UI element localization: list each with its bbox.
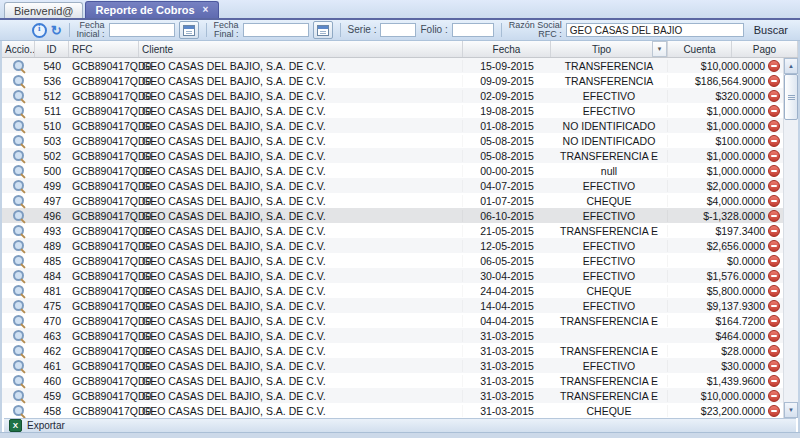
column-header-id[interactable]: ID (35, 41, 69, 57)
column-header-cliente[interactable]: Cliente (139, 41, 463, 57)
search-icon[interactable] (13, 120, 24, 131)
remove-icon[interactable] (768, 135, 780, 147)
search-icon[interactable] (13, 60, 24, 71)
table-row[interactable]: 470 GCB890417QD0 GEO CASAS DEL BAJIO, S.… (2, 313, 783, 328)
table-row[interactable]: 496 GCB890417QD0 GEO CASAS DEL BAJIO, S.… (2, 208, 783, 223)
table-row[interactable]: 493 GCB890417QD0 GEO CASAS DEL BAJIO, S.… (2, 223, 783, 238)
remove-icon[interactable] (768, 105, 780, 117)
column-header-cuenta[interactable]: Cuenta (668, 41, 732, 57)
remove-icon[interactable] (768, 195, 780, 207)
remove-icon[interactable] (768, 225, 780, 237)
table-row[interactable]: 458 GCB890417QD0 GEO CASAS DEL BAJIO, S.… (2, 403, 783, 418)
fecha-inicial-input[interactable] (109, 23, 175, 37)
table-row[interactable]: 497 GCB890417QD0 GEO CASAS DEL BAJIO, S.… (2, 193, 783, 208)
info-icon[interactable] (32, 23, 47, 38)
search-icon[interactable] (13, 315, 24, 326)
search-icon[interactable] (13, 255, 24, 266)
search-icon[interactable] (13, 375, 24, 386)
remove-icon[interactable] (768, 390, 780, 402)
scrollbar-thumb[interactable] (784, 74, 798, 120)
scroll-up-icon[interactable]: ▲ (784, 58, 798, 74)
remove-icon[interactable] (768, 180, 780, 192)
table-row[interactable]: 462 GCB890417QD0 GEO CASAS DEL BAJIO, S.… (2, 343, 783, 358)
column-header-pago[interactable]: Pago (732, 41, 798, 57)
remove-icon[interactable] (768, 285, 780, 297)
buscar-button[interactable]: Buscar (748, 23, 794, 37)
vertical-scrollbar[interactable]: ▲ ▼ (783, 58, 798, 418)
table-row[interactable]: 489 GCB890417QD0 GEO CASAS DEL BAJIO, S.… (2, 238, 783, 253)
search-icon[interactable] (13, 405, 24, 416)
search-icon[interactable] (13, 390, 24, 401)
remove-icon[interactable] (768, 270, 780, 282)
column-header-acciones[interactable]: Accio... (2, 41, 35, 57)
remove-icon[interactable] (768, 60, 780, 72)
search-icon[interactable] (13, 75, 24, 86)
cell-pago: $1,000.0000 (668, 165, 783, 177)
column-menu-chevron-down-icon[interactable]: ▾ (652, 41, 667, 57)
search-icon[interactable] (13, 210, 24, 221)
refresh-icon[interactable]: ↻ (51, 24, 62, 37)
search-icon[interactable] (13, 300, 24, 311)
table-row[interactable]: 499 GCB890417QD0 GEO CASAS DEL BAJIO, S.… (2, 178, 783, 193)
remove-icon[interactable] (768, 375, 780, 387)
table-row[interactable]: 540 GCB890417QD0 GEO CASAS DEL BAJIO, S.… (2, 58, 783, 73)
remove-icon[interactable] (768, 120, 780, 132)
table-row[interactable]: 502 GCB890417QD0 GEO CASAS DEL BAJIO, S.… (2, 148, 783, 163)
column-header-fecha[interactable]: Fecha (463, 41, 551, 57)
column-header-tipo[interactable]: Tipo ▾ (551, 41, 668, 57)
remove-icon[interactable] (768, 300, 780, 312)
remove-icon[interactable] (768, 330, 780, 342)
table-row[interactable]: 511 GCB890417QD0 GEO CASAS DEL BAJIO, S.… (2, 103, 783, 118)
tab-reporte-de-cobros[interactable]: Reporte de Cobros × (85, 1, 219, 18)
table-row[interactable]: 510 GCB890417QD0 GEO CASAS DEL BAJIO, S.… (2, 118, 783, 133)
tab-bienvenido[interactable]: Bienvenid@ (4, 2, 83, 18)
serie-input[interactable] (380, 23, 416, 37)
table-row[interactable]: 484 GCB890417QD0 GEO CASAS DEL BAJIO, S.… (2, 268, 783, 283)
search-icon[interactable] (13, 240, 24, 251)
search-icon[interactable] (13, 330, 24, 341)
table-row[interactable]: 503 GCB890417QD0 GEO CASAS DEL BAJIO, S.… (2, 133, 783, 148)
fecha-inicial-calendar-icon[interactable] (179, 21, 199, 39)
exportar-button[interactable]: Exportar (27, 420, 65, 431)
search-icon[interactable] (13, 105, 24, 116)
table-row[interactable]: 485 GCB890417QD0 GEO CASAS DEL BAJIO, S.… (2, 253, 783, 268)
search-icon[interactable] (13, 285, 24, 296)
razon-social-input[interactable]: GEO CASAS DEL BAJIO (566, 23, 744, 37)
folio-input[interactable] (452, 23, 494, 37)
column-header-rfc[interactable]: RFC (69, 41, 139, 57)
table-row[interactable]: 460 GCB890417QD0 GEO CASAS DEL BAJIO, S.… (2, 373, 783, 388)
remove-icon[interactable] (768, 240, 780, 252)
remove-icon[interactable] (768, 165, 780, 177)
search-icon[interactable] (13, 165, 24, 176)
search-icon[interactable] (13, 150, 24, 161)
search-icon[interactable] (13, 90, 24, 101)
remove-icon[interactable] (768, 150, 780, 162)
scroll-down-icon[interactable]: ▼ (784, 402, 798, 418)
tab-close-icon[interactable]: × (202, 5, 210, 15)
search-icon[interactable] (13, 360, 24, 371)
fecha-final-calendar-icon[interactable] (313, 21, 333, 39)
remove-icon[interactable] (768, 315, 780, 327)
table-row[interactable]: 475 GCB890417QD0 GEO CASAS DEL BAJIO, S.… (2, 298, 783, 313)
table-row[interactable]: 512 GCB890417QD0 GEO CASAS DEL BAJIO, S.… (2, 88, 783, 103)
fecha-final-input[interactable] (243, 23, 309, 37)
search-icon[interactable] (13, 225, 24, 236)
remove-icon[interactable] (768, 210, 780, 222)
search-icon[interactable] (13, 270, 24, 281)
remove-icon[interactable] (768, 360, 780, 372)
table-row[interactable]: 459 GCB890417QD0 GEO CASAS DEL BAJIO, S.… (2, 388, 783, 403)
remove-icon[interactable] (768, 345, 780, 357)
search-icon[interactable] (13, 180, 24, 191)
remove-icon[interactable] (768, 405, 780, 417)
remove-icon[interactable] (768, 255, 780, 267)
table-row[interactable]: 500 GCB890417QD0 GEO CASAS DEL BAJIO, S.… (2, 163, 783, 178)
search-icon[interactable] (13, 195, 24, 206)
table-row[interactable]: 481 GCB890417QD0 GEO CASAS DEL BAJIO, S.… (2, 283, 783, 298)
remove-icon[interactable] (768, 90, 780, 102)
search-icon[interactable] (13, 345, 24, 356)
remove-icon[interactable] (768, 75, 780, 87)
table-row[interactable]: 536 GCB890417QD0 GEO CASAS DEL BAJIO, S.… (2, 73, 783, 88)
table-row[interactable]: 461 GCB890417QD0 GEO CASAS DEL BAJIO, S.… (2, 358, 783, 373)
search-icon[interactable] (13, 135, 24, 146)
table-row[interactable]: 463 GCB890417QD0 GEO CASAS DEL BAJIO, S.… (2, 328, 783, 343)
